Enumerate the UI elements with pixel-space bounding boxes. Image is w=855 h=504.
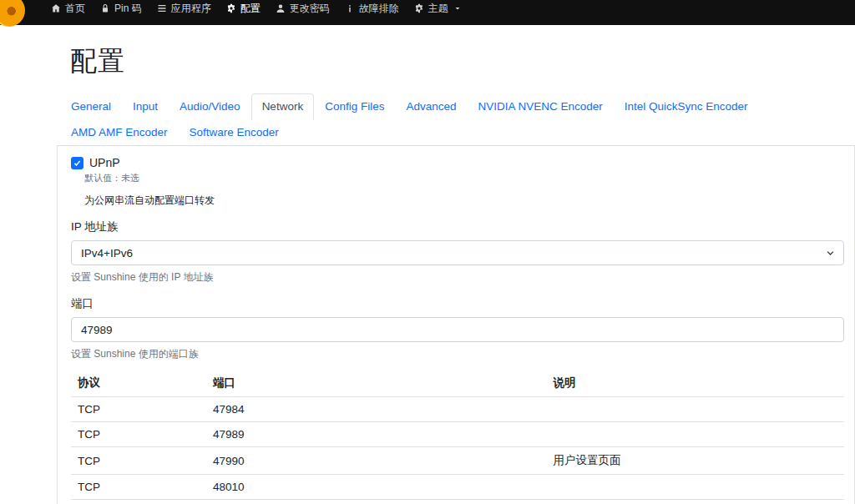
top-navbar: 首页 Pin 码 应用程序 配置 更改密码 故障排除 主题 bbox=[0, 0, 855, 25]
nav-item-configuration[interactable]: 配置 bbox=[219, 3, 268, 14]
home-icon bbox=[51, 3, 61, 13]
nav-item-label: 主题 bbox=[428, 3, 448, 14]
list-icon bbox=[157, 3, 167, 13]
tab-general[interactable]: General bbox=[60, 93, 122, 120]
nav-item-label: 应用程序 bbox=[171, 3, 211, 14]
ip-family-selected-value: IPv4+IPv6 bbox=[81, 247, 133, 260]
cell-protocol: TCP bbox=[71, 447, 206, 475]
table-row: UDP 47998 - 48000 bbox=[71, 500, 844, 504]
tab-amd-amf[interactable]: AMD AMF Encoder bbox=[60, 119, 179, 146]
upnp-description: 为公网串流自动配置端口转发 bbox=[84, 194, 844, 208]
ip-family-description: 设置 Sunshine 使用的 IP 地址族 bbox=[71, 270, 844, 285]
theme-icon bbox=[414, 3, 424, 13]
table-row: TCP 47989 bbox=[71, 422, 844, 447]
cell-description: 用户设置页面 bbox=[546, 447, 844, 475]
upnp-checkbox[interactable] bbox=[71, 157, 83, 169]
tab-config-files[interactable]: Config Files bbox=[314, 93, 395, 120]
cell-port: 47998 - 48000 bbox=[206, 500, 546, 504]
nav-item-label: 故障排除 bbox=[359, 3, 399, 14]
cell-protocol: TCP bbox=[71, 397, 206, 422]
port-table-header-row: 协议 端口 说明 bbox=[71, 370, 844, 397]
cell-description bbox=[546, 422, 844, 447]
info-icon bbox=[345, 3, 355, 13]
caret-down-icon bbox=[454, 5, 461, 12]
tab-software-encoder[interactable]: Software Encoder bbox=[179, 119, 290, 146]
port-table-header-description: 说明 bbox=[546, 370, 844, 397]
table-row: TCP 47984 bbox=[71, 397, 844, 422]
upnp-label[interactable]: UPnP bbox=[89, 156, 120, 169]
nav-item-label: 更改密码 bbox=[290, 3, 330, 14]
cell-protocol: TCP bbox=[71, 475, 206, 500]
cell-description bbox=[546, 500, 844, 504]
nav-item-troubleshooting[interactable]: 故障排除 bbox=[337, 3, 407, 14]
nav-item-label: 配置 bbox=[240, 3, 261, 14]
page-title: 配置 bbox=[70, 43, 855, 80]
main-content: 配置 General Input Audio/Video Network Con… bbox=[57, 43, 855, 504]
port-description: 设置 Sunshine 使用的端口族 bbox=[71, 347, 844, 361]
cell-port: 47984 bbox=[206, 397, 546, 422]
upnp-row: UPnP bbox=[71, 156, 844, 169]
network-tab-content: UPnP 默认值：未选 为公网串流自动配置端口转发 IP 地址族 IPv4+IP… bbox=[57, 146, 855, 504]
nav-item-label: 首页 bbox=[65, 3, 85, 14]
cell-port: 47990 bbox=[206, 447, 546, 475]
nav-item-change-password[interactable]: 更改密码 bbox=[268, 3, 337, 14]
tab-intel-quicksync[interactable]: Intel QuickSync Encoder bbox=[614, 93, 759, 120]
cell-description bbox=[546, 397, 844, 422]
cell-port: 48010 bbox=[206, 475, 546, 500]
ip-family-label: IP 地址族 bbox=[71, 219, 844, 234]
port-input[interactable] bbox=[71, 317, 844, 342]
tab-input[interactable]: Input bbox=[122, 93, 169, 120]
table-row: TCP 47990 用户设置页面 bbox=[71, 447, 844, 475]
port-table: 协议 端口 说明 TCP 47984 TCP 47989 TCP bbox=[71, 370, 844, 504]
tab-audio-video[interactable]: Audio/Video bbox=[169, 93, 251, 120]
table-row: TCP 48010 bbox=[71, 475, 844, 500]
nav-item-pin[interactable]: Pin 码 bbox=[93, 3, 149, 14]
nav-item-applications[interactable]: 应用程序 bbox=[149, 3, 219, 14]
nav-item-home[interactable]: 首页 bbox=[43, 3, 93, 14]
sunshine-logo bbox=[0, 0, 25, 27]
tab-nvidia-nvenc[interactable]: NVIDIA NVENC Encoder bbox=[467, 93, 613, 120]
config-tabs: General Input Audio/Video Network Config… bbox=[57, 93, 855, 146]
port-label: 端口 bbox=[71, 296, 844, 311]
cell-port: 47989 bbox=[206, 422, 546, 447]
gear-icon bbox=[226, 3, 236, 13]
tab-network[interactable]: Network bbox=[251, 93, 315, 120]
port-table-header-port: 端口 bbox=[206, 370, 546, 397]
lock-icon bbox=[100, 3, 110, 13]
port-table-header-protocol: 协议 bbox=[71, 370, 206, 397]
ip-family-select[interactable]: IPv4+IPv6 bbox=[71, 240, 844, 265]
upnp-default-note: 默认值：未选 bbox=[84, 172, 844, 184]
cell-description bbox=[546, 475, 844, 500]
tab-advanced[interactable]: Advanced bbox=[395, 93, 467, 120]
chevron-down-icon bbox=[826, 249, 835, 258]
cell-protocol: UDP bbox=[71, 500, 206, 504]
nav-item-label: Pin 码 bbox=[114, 3, 142, 14]
user-icon bbox=[276, 3, 286, 13]
nav-item-theme[interactable]: 主题 bbox=[407, 3, 468, 14]
cell-protocol: TCP bbox=[71, 422, 206, 447]
